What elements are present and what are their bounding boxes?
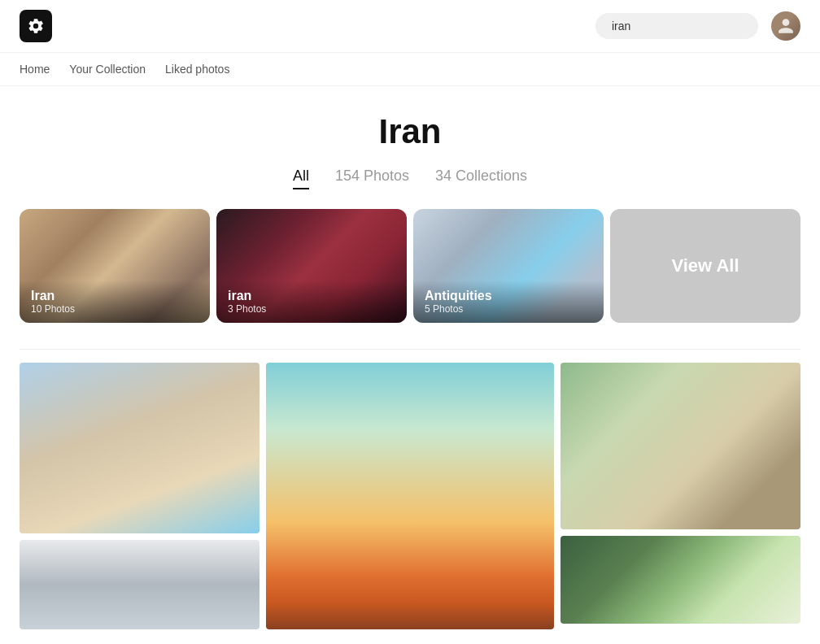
photos-grid [0, 350, 820, 629]
nav-home[interactable]: Home [20, 63, 50, 76]
collection-count-antiquities: 5 Photos [425, 303, 592, 315]
page-title: Iran [0, 112, 820, 151]
collection-card-antiquities[interactable]: Antiquities 5 Photos [413, 209, 604, 323]
header-right [595, 11, 800, 41]
photo-bokeh[interactable] [560, 536, 800, 624]
collection-title-antiquities: Antiquities [425, 289, 592, 303]
avatar[interactable] [771, 11, 800, 41]
header [0, 0, 820, 53]
search-input[interactable] [595, 13, 758, 39]
collection-count-iran-flower: 3 Photos [228, 303, 395, 315]
tabs: All 154 Photos 34 Collections [0, 168, 820, 189]
collection-title-iran: Iran [31, 289, 198, 303]
photos-col-center [266, 363, 554, 629]
collection-card-iran[interactable]: Iran 10 Photos [20, 209, 210, 323]
logo-icon[interactable] [20, 10, 52, 42]
photo-car[interactable] [560, 363, 800, 529]
collections-row: Iran 10 Photos iran 3 Photos Antiquities… [0, 209, 820, 342]
view-all-label: View All [671, 255, 739, 276]
tab-collections[interactable]: 34 Collections [435, 168, 527, 189]
photo-fog[interactable] [20, 540, 260, 629]
view-all-card[interactable]: View All [610, 209, 800, 323]
nav-liked-photos[interactable]: Liked photos [165, 63, 229, 76]
photo-sunset[interactable] [266, 363, 554, 629]
photos-col-right [560, 363, 800, 629]
photos-col-left [20, 363, 260, 629]
nav-your-collection[interactable]: Your Collection [69, 63, 146, 76]
tab-all[interactable]: All [293, 168, 309, 189]
tab-photos[interactable]: 154 Photos [335, 168, 409, 189]
page-title-section: Iran All 154 Photos 34 Collections [0, 86, 820, 209]
nav: Home Your Collection Liked photos [0, 53, 820, 86]
collection-title-iran-flower: iran [228, 289, 395, 303]
collection-count-iran: 10 Photos [31, 303, 198, 315]
photo-azadi[interactable] [20, 363, 260, 533]
collection-card-iran-flower[interactable]: iran 3 Photos [216, 209, 407, 323]
